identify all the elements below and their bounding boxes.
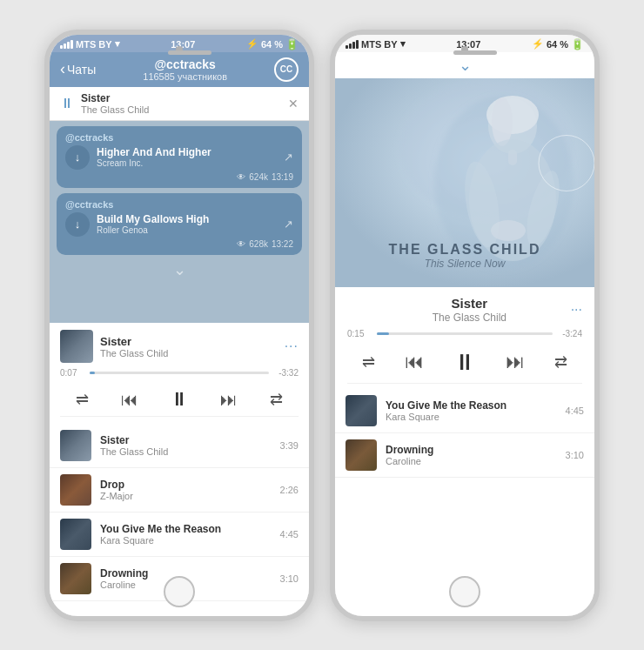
home-button[interactable] <box>449 576 480 607</box>
pl-info: Sister The Glass Child <box>100 434 272 457</box>
mini-track-name: Sister <box>81 92 281 104</box>
controls-row: ⇌ ⏮ ⏸ ⏭ ⇄ <box>60 383 299 417</box>
msg-meta: 👁 628k 13:22 <box>65 239 293 249</box>
down-chevron[interactable]: ⌄ <box>335 52 594 78</box>
player-track-info: Sister The Glass Child <box>100 335 278 359</box>
time-label: 13:07 <box>171 39 195 50</box>
msg-track-artist: Scream Inc. <box>97 158 277 168</box>
pl-duration: 3:39 <box>280 440 299 451</box>
left-phone: MTS BY ▾ 13:07 ⚡ 64 % 🔋 ‹ Чаты @cctracks… <box>44 30 314 621</box>
status-bar-left: MTS BY ▾ 13:07 ⚡ 64 % 🔋 <box>50 35 309 52</box>
msg-sender: @cctracks <box>65 199 293 210</box>
band-name: THE GLASS CHILD <box>335 242 594 258</box>
back-arrow-icon: ‹ <box>60 60 65 78</box>
time-label: 13:07 <box>456 39 480 50</box>
pl-duration: 2:26 <box>280 485 299 495</box>
playlist-item[interactable]: Drop Z-Major 2:26 <box>50 468 309 513</box>
forward-icon[interactable]: ↗ <box>284 151 293 164</box>
pl-title: Sister <box>100 434 272 446</box>
pause-button[interactable]: ⏸ <box>170 388 189 411</box>
msg-meta: 👁 624k 13:19 <box>65 172 293 182</box>
current-time: 0:07 <box>60 368 84 378</box>
status-left: MTS BY ▾ <box>60 38 120 50</box>
playlist-item[interactable]: Sister The Glass Child 3:39 <box>50 424 309 468</box>
right-controls: ⇌ ⏮ ⏸ ⏭ ⇄ <box>347 344 582 384</box>
signal-icon <box>345 40 359 49</box>
progress-bar[interactable] <box>90 372 269 374</box>
download-button[interactable]: ↓ <box>65 145 90 170</box>
msg-track-artist: Roller Genoa <box>97 225 277 235</box>
repeat-button[interactable]: ⇄ <box>270 390 283 409</box>
pl-duration: 4:45 <box>566 405 584 416</box>
more-options-button[interactable]: ··· <box>285 338 299 354</box>
download-button[interactable]: ↓ <box>65 212 90 237</box>
right-track-name: Sister <box>368 296 571 311</box>
pl-art <box>60 519 91 550</box>
mini-close-icon[interactable]: ✕ <box>288 97 299 111</box>
pl-duration: 4:45 <box>280 529 299 539</box>
pause-button[interactable]: ⏸ <box>453 349 476 376</box>
playlist-item[interactable]: You Give Me the Reason Kara Square 4:45 <box>335 389 594 433</box>
player-track-name: Sister <box>100 335 278 348</box>
forward-icon[interactable]: ↗ <box>284 218 293 231</box>
next-button[interactable]: ⏭ <box>220 390 238 410</box>
pl-title: You Give Me the Reason <box>386 399 557 412</box>
pl-artist: Kara Square <box>100 535 272 546</box>
prev-button[interactable]: ⏮ <box>121 390 138 410</box>
album-name: This Silence Now <box>335 258 594 270</box>
msg-sender: @cctracks <box>65 132 293 143</box>
status-bar-right: MTS BY ▾ 13:07 ⚡ 64 % 🔋 <box>335 35 594 52</box>
progress-fill <box>377 332 389 335</box>
right-player: Sister The Glass Child ··· 0:15 -3:24 ⇌ … <box>335 287 594 389</box>
msg-time: 13:19 <box>272 172 293 182</box>
pl-art <box>345 395 377 426</box>
views-icon: 👁 <box>237 172 245 182</box>
pl-art <box>60 430 91 461</box>
pl-artist: The Glass Child <box>100 446 272 457</box>
prev-button[interactable]: ⏮ <box>405 351 424 373</box>
chat-area: @cctracks ↓ Higher And And Higher Scream… <box>50 121 309 324</box>
pl-info: You Give Me the Reason Kara Square <box>386 399 557 422</box>
pl-art <box>60 474 91 506</box>
cc-icon[interactable]: CC <box>274 57 299 82</box>
msg-track-title: Build My Gallows High <box>97 213 277 225</box>
more-options-button[interactable]: ··· <box>571 302 582 318</box>
shuffle-button[interactable]: ⇌ <box>362 352 375 372</box>
msg-text-block: Build My Gallows High Roller Genoa <box>97 213 277 235</box>
bluetooth-icon: ⚡ <box>246 38 258 50</box>
progress-fill <box>90 372 95 374</box>
album-art <box>60 330 93 363</box>
wifi-icon: ▾ <box>115 38 120 50</box>
remaining-time: -3:32 <box>274 368 299 378</box>
back-button[interactable]: ‹ Чаты <box>60 61 96 78</box>
pl-duration: 3:10 <box>566 450 584 460</box>
remaining-time: -3:24 <box>558 329 582 338</box>
playlist-item[interactable]: Drowning Caroline 3:10 <box>335 433 594 478</box>
channel-title-block: @cctracks 116585 участников <box>103 57 267 82</box>
right-artist-name: The Glass Child <box>368 312 571 324</box>
back-label: Чаты <box>67 63 96 77</box>
right-progress-row: 0:15 -3:24 <box>347 329 582 338</box>
album-text-overlay: THE GLASS CHILD This Silence Now <box>335 178 594 270</box>
pl-title: You Give Me the Reason <box>100 523 272 535</box>
home-button[interactable] <box>164 576 195 607</box>
mini-pause-icon[interactable]: ⏸ <box>60 96 74 111</box>
repeat-button[interactable]: ⇄ <box>554 352 567 372</box>
circle-emblem <box>538 135 594 191</box>
next-button[interactable]: ⏭ <box>506 351 525 373</box>
battery-label: 64 % <box>547 39 568 50</box>
playlist-item[interactable]: You Give Me the Reason Kara Square 4:45 <box>50 513 309 557</box>
msg-track-title: Higher And And Higher <box>97 146 277 158</box>
mini-player[interactable]: ⏸ Sister The Glass Child ✕ <box>50 87 309 121</box>
shuffle-button[interactable]: ⇌ <box>76 390 89 409</box>
views-icon: 👁 <box>237 239 245 249</box>
scroll-indicator: ⌄ <box>57 260 302 279</box>
msg-text-block: Higher And And Higher Scream Inc. <box>97 146 277 168</box>
album-cover: THE GLASS CHILD This Silence Now <box>335 78 594 287</box>
status-left: MTS BY ▾ <box>345 38 406 50</box>
player-artist-name: The Glass Child <box>100 348 278 359</box>
progress-bar[interactable] <box>377 332 553 335</box>
msg-time: 13:22 <box>272 239 293 249</box>
message-item: @cctracks ↓ Build My Gallows High Roller… <box>57 193 302 255</box>
views-count: 628k <box>249 239 268 249</box>
